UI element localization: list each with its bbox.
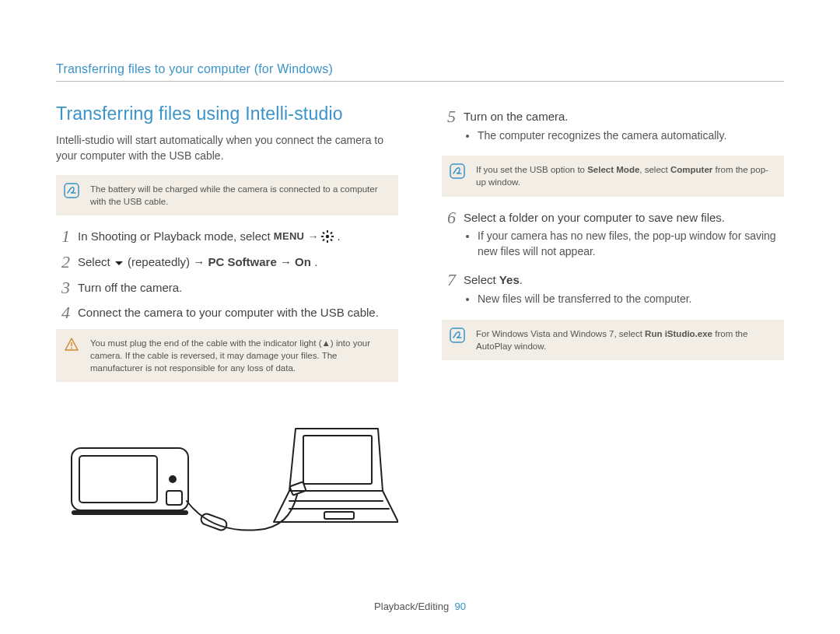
svg-rect-2 bbox=[327, 230, 328, 233]
step-2: 2 Select (repeatedly) → PC Software → On… bbox=[56, 254, 398, 271]
page-footer: Playback/Editing 90 bbox=[0, 601, 840, 612]
step-3: 3 Turn off the camera. bbox=[56, 279, 398, 296]
step2-mid2: → bbox=[280, 255, 295, 268]
step7-bullet: New files will be transferred to the com… bbox=[478, 292, 784, 307]
svg-rect-8 bbox=[331, 232, 334, 235]
note-usb-mid: , select bbox=[639, 165, 670, 174]
step2-pre: Select bbox=[78, 255, 114, 268]
warning-cable: You must plug the end of the cable with … bbox=[56, 329, 398, 382]
step-number: 4 bbox=[56, 304, 70, 321]
svg-rect-7 bbox=[331, 239, 334, 242]
step5-bullet: The computer recognizes the camera autom… bbox=[478, 128, 784, 144]
chevron-down-icon bbox=[114, 254, 124, 271]
step-number: 6 bbox=[442, 209, 456, 264]
svg-point-11 bbox=[71, 347, 72, 349]
step-number: 7 bbox=[442, 271, 456, 311]
step6-text: Select a folder on your computer to save… bbox=[464, 211, 725, 224]
note-battery-text: The battery will be charged while the ca… bbox=[90, 184, 377, 206]
footer-section: Playback/Editing bbox=[374, 601, 449, 612]
step2-post: . bbox=[314, 255, 317, 268]
note-vista-pre: For Windows Vista and Windows 7, select bbox=[476, 329, 645, 338]
step-number: 3 bbox=[56, 279, 70, 296]
svg-rect-19 bbox=[303, 436, 372, 484]
step7-bold: Yes bbox=[499, 273, 520, 286]
step-6: 6 Select a folder on your computer to sa… bbox=[442, 209, 784, 264]
step2-bold2: On bbox=[295, 255, 311, 268]
step4-text: Connect the camera to your computer with… bbox=[78, 304, 398, 321]
svg-rect-4 bbox=[321, 236, 324, 237]
step7-pre: Select bbox=[464, 273, 499, 286]
step2-mid1: (repeatedly) → bbox=[128, 255, 208, 268]
step3-text: Turn off the camera. bbox=[78, 279, 398, 296]
step-number: 2 bbox=[56, 254, 70, 271]
connection-illustration bbox=[56, 398, 398, 538]
svg-point-1 bbox=[326, 235, 329, 238]
gear-icon bbox=[321, 229, 334, 246]
svg-rect-17 bbox=[200, 512, 229, 531]
svg-rect-6 bbox=[323, 232, 326, 235]
step5-text: Turn on the camera. bbox=[464, 110, 569, 123]
note-usb-b2: Computer bbox=[670, 165, 712, 174]
warning-cable-text: You must plug the end of the cable with … bbox=[90, 338, 370, 373]
step-1: 1 In Shooting or Playback mode, select M… bbox=[56, 228, 398, 246]
step-4: 4 Connect the camera to your computer wi… bbox=[56, 304, 398, 321]
step-7: 7 Select Yes. New files will be transfer… bbox=[442, 271, 784, 311]
section-title: Transferring files using Intelli-studio bbox=[56, 103, 398, 124]
intro-text: Intelli-studio will start automatically … bbox=[56, 132, 398, 164]
step-5: 5 Turn on the camera. The computer recog… bbox=[442, 108, 784, 148]
step-number: 5 bbox=[442, 108, 456, 148]
svg-rect-9 bbox=[323, 239, 326, 242]
svg-rect-23 bbox=[450, 164, 464, 178]
note-vista: For Windows Vista and Windows 7, select … bbox=[442, 320, 784, 360]
step-number: 1 bbox=[56, 228, 70, 246]
svg-rect-24 bbox=[450, 328, 464, 342]
note-battery: The battery will be charged while the ca… bbox=[56, 175, 398, 215]
step7-post: . bbox=[520, 273, 523, 286]
step1-pre: In Shooting or Playback mode, select bbox=[78, 229, 274, 243]
note-icon bbox=[450, 163, 465, 179]
note-usb-pre: If you set the USB option to bbox=[476, 165, 587, 174]
warning-icon bbox=[64, 337, 79, 352]
note-usb-option: If you set the USB option to Select Mode… bbox=[442, 156, 784, 196]
menu-icon: MENU bbox=[274, 229, 304, 244]
right-column: 5 Turn on the camera. The computer recog… bbox=[442, 103, 784, 538]
svg-rect-5 bbox=[331, 236, 334, 237]
note-icon bbox=[450, 328, 465, 343]
step6-bullet: If your camera has no new files, the pop… bbox=[478, 229, 784, 259]
step2-bold1: PC Software bbox=[208, 255, 276, 268]
svg-rect-0 bbox=[65, 184, 79, 198]
arrow-icon: → bbox=[307, 230, 321, 243]
svg-rect-16 bbox=[72, 510, 188, 515]
svg-rect-15 bbox=[166, 491, 182, 505]
page-header: Transferring files to your computer (for… bbox=[56, 62, 784, 82]
note-usb-b1: Select Mode bbox=[587, 165, 639, 174]
svg-rect-13 bbox=[79, 456, 157, 503]
step1-post: . bbox=[338, 229, 341, 243]
svg-point-14 bbox=[170, 476, 176, 482]
svg-rect-3 bbox=[327, 240, 328, 243]
note-icon bbox=[64, 183, 79, 198]
svg-rect-22 bbox=[324, 512, 354, 519]
left-column: Transferring files using Intelli-studio … bbox=[56, 103, 398, 538]
note-vista-b1: Run iStudio.exe bbox=[645, 329, 712, 338]
footer-page-number: 90 bbox=[454, 601, 465, 612]
